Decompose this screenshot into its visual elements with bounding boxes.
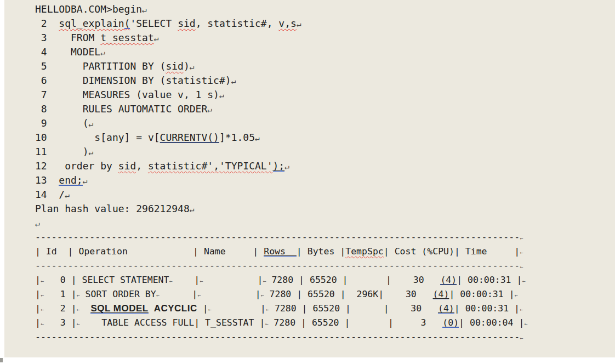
text-segment: ]*1.05 (219, 132, 255, 143)
table-header-divider: ----------------------------------------… (35, 259, 527, 273)
small-break-mark: ← (520, 235, 523, 241)
text-segment: 7280 | 65520 | | 3 (268, 317, 442, 328)
line-break-mark: ↵ (190, 62, 195, 71)
text-segment: 2 (35, 18, 59, 29)
plan-hash-line: Plan hash value: 296212948↵ (35, 202, 527, 216)
text-segment: , (136, 160, 148, 172)
line-break-mark: ↵ (207, 105, 212, 114)
text-segment: , statistic#, (196, 18, 279, 29)
misspelled-text: statistic#','TYPICAL' (148, 160, 273, 172)
text-segment: | 00:00:04 | (459, 317, 524, 328)
text-segment: 9 ( (35, 117, 89, 129)
table-row-3: |← 3 |← TABLE ACCESS FULL| T_SESSTAT |← … (35, 316, 527, 330)
text-segment: | 00:00:31 | (454, 303, 520, 314)
text-segment (80, 303, 91, 314)
misspelled-text: sid (178, 18, 196, 29)
code-line-9: 9 (↵ (35, 116, 527, 130)
document-page: HELLODBA.COM>begin↵ 2 sql_explain('SELEC… (4, 0, 615, 357)
document-body: HELLODBA.COM>begin↵ 2 sql_explain('SELEC… (35, 2, 527, 344)
text-segment: 14 / (35, 189, 65, 200)
text-segment: | (197, 303, 208, 314)
text-segment: 3 FROM (35, 32, 100, 43)
text-segment: | (35, 317, 41, 328)
text-segment: 'SELECT (130, 18, 178, 29)
text-segment: 1 | (44, 289, 77, 299)
text-segment: | (35, 289, 41, 299)
small-break-mark: ← (520, 306, 523, 312)
sql-model-link[interactable]: SQL MODEL (90, 303, 148, 314)
table-row-2: |← 2 |← SQL MODEL ACYCLIC |← |← 7280 | 6… (35, 302, 527, 316)
grammar-flagged-text: (4) (433, 289, 449, 299)
line-break-mark: ↵ (83, 176, 88, 185)
line-break-mark: ↵ (231, 76, 236, 86)
text-segment: 7280 | 65520 | | 30 (269, 303, 438, 314)
small-break-mark: ← (515, 292, 518, 298)
grammar-flagged-text: CURRENTV() (160, 132, 219, 143)
code-line-6: 6 DIMENSION BY (statistic#)↵ (35, 73, 527, 88)
prompt-line: HELLODBA.COM>begin↵ (35, 2, 527, 16)
bold-text: ACYCLIC (154, 303, 197, 314)
text-segment: ) (184, 60, 190, 72)
small-break-mark: ← (520, 249, 523, 255)
code-line-5: 5 PARTITION BY (sid)↵ (35, 59, 527, 73)
grammar-flagged-text: (4) (438, 303, 454, 314)
grammar-flagged-text: (0) (442, 317, 459, 328)
code-line-14: 14 /↵ (35, 187, 527, 202)
misspelled-text: sql_explain (59, 18, 124, 29)
line-break-mark: ↵ (35, 219, 40, 228)
screenshot-root: { "colors": { "page_bg": "#ECE9DF", "tex… (0, 0, 615, 364)
text-segment: | (203, 275, 263, 285)
small-break-mark: ← (524, 321, 527, 327)
table-row-0: |← 0 | SELECT STATEMENT← |← |← 7280 | 65… (35, 273, 527, 287)
code-line-3: 3 FROM t_sesstat↵ (35, 31, 527, 45)
text-segment: HELLODBA.COM>begin (35, 3, 142, 15)
misspelled-text: sid (118, 160, 136, 172)
text-segment: ----------------------------------------… (35, 260, 520, 271)
code-line-11: 11 )↵ (35, 145, 527, 159)
text-segment: | Bytes | (297, 246, 345, 257)
line-break-mark: ↵ (255, 133, 260, 143)
text-segment (149, 303, 154, 314)
cut-off-character-artifact (0, 358, 3, 362)
line-break-mark: ↵ (89, 119, 94, 128)
line-break-mark: ↵ (142, 5, 147, 14)
text-segment: | (35, 275, 41, 285)
text-segment: 10 s[any] = v[ (35, 132, 160, 143)
text-segment: 6 DIMENSION BY (statistic#) (35, 75, 231, 86)
text-segment: ----------------------------------------… (35, 332, 520, 342)
text-segment: TABLE ACCESS FULL| T_SESSTAT | (80, 317, 265, 328)
grammar-flagged-text: Rows (264, 246, 297, 257)
text-segment: | (201, 289, 260, 299)
text-segment: 11 ) (35, 146, 89, 157)
text-segment: | 00:00:31 | (449, 289, 514, 299)
text-segment: SORT ORDER BY (80, 289, 156, 299)
line-break-mark: ↵ (297, 19, 301, 29)
line-break-mark: ↵ (89, 147, 94, 157)
text-segment: 7280 | 65520 | | 30 (266, 275, 441, 285)
text-segment: | (172, 275, 200, 285)
table-row-1: |← 1 |← SORT ORDER BY← |← |← 7280 | 6552… (35, 287, 527, 302)
line-break-mark: ↵ (284, 162, 289, 171)
misspelled-text: TempSpc (345, 246, 384, 257)
code-line-4: 4 MODEL↵ (35, 45, 527, 59)
table-header-row: | Id | Operation | Name | Rows | Bytes |… (35, 244, 527, 259)
grammar-flagged-text: end; (59, 174, 82, 186)
text-segment: 7280 | 65520 | 296K| 30 (264, 289, 433, 299)
code-line-2: 2 sql_explain('SELECT sid, statistic#, v… (35, 16, 527, 31)
text-segment: 8 RULES AUTOMATIC ORDER (35, 103, 207, 115)
text-segment: | (35, 303, 41, 314)
text-segment: 7 MEASURES (value v, 1 s) (35, 89, 219, 100)
grammar-flagged-text: (4) (440, 275, 457, 285)
grammar-flagged-text: ); (273, 160, 285, 172)
small-break-mark: ← (522, 278, 525, 284)
misspelled-text: v,s (278, 18, 297, 29)
line-break-mark: ↵ (154, 33, 159, 43)
text-segment: ----------------------------------------… (35, 232, 520, 242)
code-line-13: 13 end;↵ (35, 173, 527, 187)
text-segment: 5 PARTITION BY ( (35, 60, 166, 72)
code-line-10: 10 s[any] = v[CURRENTV()]*1.05↵ (35, 130, 527, 145)
text-segment: 2 | (44, 303, 77, 314)
line-break-mark: ↵ (100, 48, 105, 57)
code-line-7: 7 MEASURES (value v, 1 s)↵ (35, 88, 527, 102)
code-line-8: 8 RULES AUTOMATIC ORDER↵ (35, 102, 527, 116)
